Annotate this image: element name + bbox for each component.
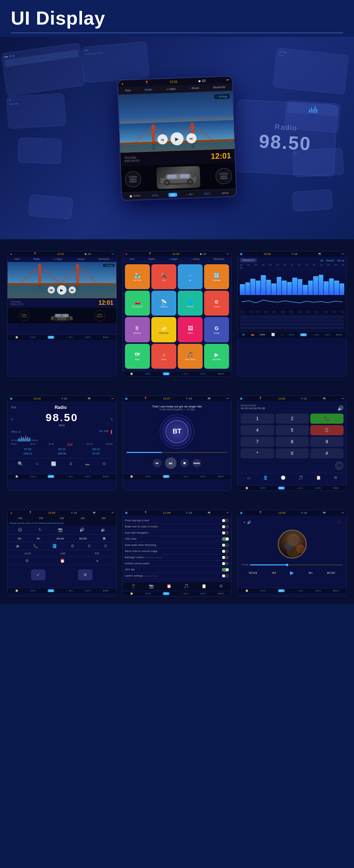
app-mocify[interactable]: ♪mocify: [151, 344, 176, 369]
home-icon-sc8[interactable]: 🏠: [130, 592, 133, 595]
refresh-icon[interactable]: 🔄: [51, 461, 56, 466]
home-icon-sc5[interactable]: 🏠: [130, 475, 133, 478]
nav-radio[interactable]: Radio: [142, 87, 154, 92]
toggle-lantern[interactable]: [222, 574, 229, 578]
app-aux[interactable]: 🔌AUX: [151, 264, 176, 289]
app-maps[interactable]: 🗺Maps: [125, 344, 150, 369]
app-bt[interactable]: ⎈BT: [178, 264, 203, 289]
screenshot-icon[interactable]: 📷: [58, 527, 63, 532]
bt-stop-btn[interactable]: ⏹: [180, 459, 189, 467]
search-icon[interactable]: 🔍: [18, 461, 23, 466]
dial-0[interactable]: 0: [276, 448, 309, 458]
dial-hash[interactable]: #: [310, 448, 344, 458]
back-btn-sc3[interactable]: BACK: [336, 334, 342, 336]
app-playstore[interactable]: ▶Play Store: [204, 344, 229, 369]
hero-next-btn[interactable]: ⏭: [186, 133, 197, 144]
vol-down-icon[interactable]: 🔉: [101, 527, 106, 532]
recent-icon[interactable]: 🕐: [281, 475, 286, 480]
hero-prev-btn[interactable]: ⏮: [157, 134, 168, 144]
toggle-muteaudio[interactable]: [222, 543, 229, 547]
power-icon[interactable]: ⏻: [18, 527, 22, 532]
home-icon-sc7[interactable]: 🏠: [15, 589, 18, 592]
music-fwd-btn[interactable]: ⏭⏭: [327, 570, 336, 575]
record-icon[interactable]: ▬: [85, 461, 90, 466]
bt-progress[interactable]: [126, 452, 228, 453]
dial-call[interactable]: 📞: [310, 414, 344, 424]
app-google[interactable]: GGoogle: [204, 317, 229, 342]
refresh-icon2[interactable]: ↻: [38, 527, 42, 532]
home-icon[interactable]: 🏠: [15, 336, 18, 339]
app-equalizer[interactable]: 🎚Equalizer: [125, 317, 150, 342]
music-rew-btn[interactable]: ⏮⏮: [249, 570, 257, 575]
home-btn[interactable]: 🏠 HOME: [128, 193, 142, 198]
apps-icon[interactable]: ⚏: [247, 475, 251, 480]
confirm-btn[interactable]: ✓: [31, 569, 46, 580]
app-chrome[interactable]: 🌐Chrome: [178, 291, 203, 316]
music-play-btn[interactable]: ▶: [290, 570, 294, 576]
back-btn-sc6[interactable]: BACK: [333, 487, 339, 489]
dial-7[interactable]: 7: [241, 437, 274, 447]
dial-8[interactable]: 8: [276, 437, 309, 447]
app-control[interactable]: ⚙Control: [204, 291, 229, 316]
app-filemanager[interactable]: 📁FileManager: [151, 317, 176, 342]
dial-star[interactable]: *: [241, 448, 274, 458]
back-btn-sc9[interactable]: BACK: [333, 590, 339, 592]
app-store[interactable]: 🏪App Store: [125, 264, 150, 289]
backspace-icon[interactable]: ⌫: [335, 461, 344, 470]
nav-bluetooth[interactable]: Bluetooth: [211, 85, 228, 90]
freq-down-btn[interactable]: ‹: [11, 416, 13, 422]
bt-play-btn[interactable]: ⏭: [165, 457, 177, 469]
back-btn-sc2[interactable]: BACK: [218, 373, 224, 375]
bt-fwd-btn[interactable]: ⏭⏭: [193, 459, 201, 467]
toggle-osdtime[interactable]: [222, 537, 229, 541]
app-musicplayer[interactable]: 🎵Music Player: [178, 344, 203, 369]
clock-icon[interactable]: ⏰: [167, 584, 172, 589]
dial-9[interactable]: 9: [310, 437, 344, 447]
toggle-mirrorview[interactable]: [222, 550, 229, 553]
settings-icon-phone[interactable]: ⚙: [334, 475, 337, 480]
back-btn-sc1[interactable]: BACK: [103, 336, 109, 338]
cancel-btn[interactable]: ✕: [78, 569, 92, 580]
home-icon-sc2[interactable]: 🏠: [130, 372, 133, 375]
bt-rew-btn[interactable]: ⏮: [153, 459, 161, 467]
app-gallery[interactable]: 🖼Gallery: [178, 317, 203, 342]
back-btn[interactable]: BACK: [220, 191, 230, 195]
hero-play-btn[interactable]: ▶: [170, 132, 184, 145]
toggle-backlight[interactable]: [222, 556, 229, 559]
dial-4[interactable]: 4: [241, 425, 274, 435]
gear-icon2[interactable]: ⚙: [219, 584, 223, 589]
back-btn-sc5[interactable]: BACK: [218, 475, 224, 478]
toggle-defvol[interactable]: [222, 562, 229, 565]
dial-5[interactable]: 5: [276, 425, 309, 435]
music-next-btn[interactable]: ⏭: [308, 570, 313, 575]
dial-2[interactable]: 2: [276, 414, 309, 424]
home-icon-sc6[interactable]: 🏠: [245, 487, 249, 489]
heart-icon[interactable]: ♡: [337, 521, 341, 525]
freq-up-btn[interactable]: ›: [111, 416, 113, 422]
app-calculator[interactable]: 🔢Calculator: [204, 264, 229, 289]
home-icon-sc4[interactable]: 🏠: [15, 475, 18, 478]
clip-icon[interactable]: 📋: [202, 584, 207, 589]
vol-up-icon[interactable]: 🔊: [79, 527, 85, 532]
phone-icon[interactable]: 📱: [131, 584, 136, 589]
settings-icon[interactable]: ⚙: [102, 461, 106, 466]
download-icon[interactable]: ⬇: [69, 461, 73, 466]
back-btn-sc8[interactable]: BACK: [218, 593, 224, 595]
speaker-icon2[interactable]: 🔊: [247, 521, 251, 525]
speaker-icon[interactable]: 🔊: [337, 405, 344, 411]
nav-music[interactable]: ♪ Music: [187, 85, 202, 90]
home-icon-sc9[interactable]: 🏠: [245, 589, 249, 592]
music-prev-btn[interactable]: ⏮: [272, 570, 276, 575]
dial-1[interactable]: 1: [241, 414, 274, 424]
app-carbitlink[interactable]: 📡CarbitLink: [151, 291, 176, 316]
app-carlink[interactable]: 🚗Car Link 2.0: [125, 291, 150, 316]
list-icon2[interactable]: ≡: [243, 521, 245, 525]
contacts-icon[interactable]: 👤: [263, 475, 268, 480]
note-icon[interactable]: 🎵: [184, 584, 189, 589]
toggle-presskey[interactable]: [222, 519, 229, 522]
toggle-autonav[interactable]: [222, 531, 229, 535]
toggle-gpsmix[interactable]: [222, 568, 229, 572]
list-icon[interactable]: ≡: [36, 461, 38, 466]
toggle-brakewire[interactable]: [222, 525, 229, 529]
nav-apps[interactable]: ⚏ Apps: [164, 86, 178, 91]
